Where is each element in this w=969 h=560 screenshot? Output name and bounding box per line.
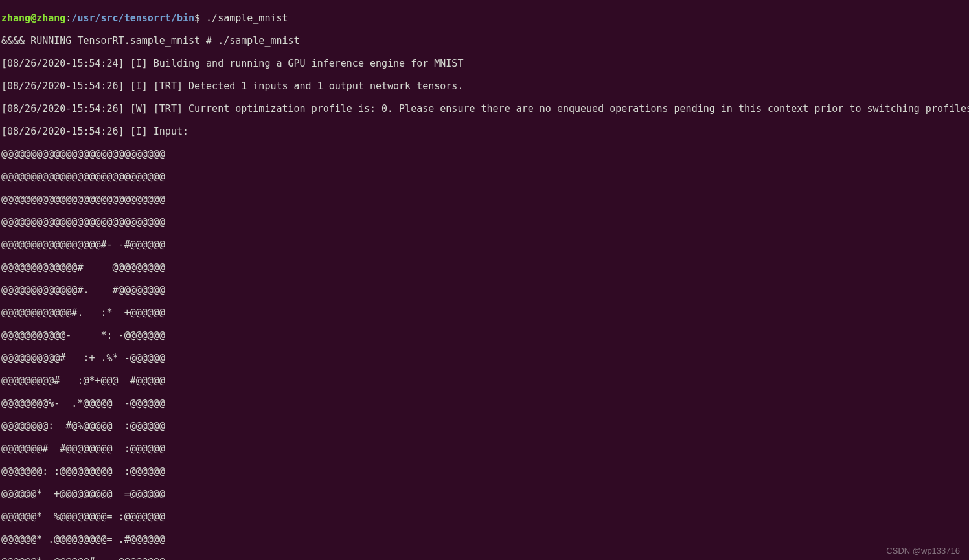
ascii-art-line: @@@@@@@@@@@@#. :* +@@@@@@ — [1, 308, 969, 319]
prompt-user: zhang@zhang — [1, 12, 65, 24]
ascii-art-line: @@@@@@@@@# :@*+@@@ #@@@@@ — [1, 375, 969, 387]
ascii-art-line: @@@@@@* .@@@@@@@@@= .#@@@@@@ — [1, 534, 969, 546]
output-line: [08/26/2020-15:54:26] [I] [TRT] Detected… — [1, 81, 969, 93]
ascii-art-line: @@@@@@@@%- .*@@@@@ -@@@@@@ — [1, 398, 969, 410]
output-line: [08/26/2020-15:54:24] [I] Building and r… — [1, 58, 969, 70]
ascii-art-line: @@@@@@@@@@@@@@@@@@@@@@@@@@@@ — [1, 172, 969, 183]
ascii-art-line: @@@@@@@# #@@@@@@@@ :@@@@@@ — [1, 443, 969, 455]
ascii-art-line: @@@@@@* %@@@@@@@@= :@@@@@@@ — [1, 511, 969, 523]
ascii-art-line: @@@@@@@@@@@@@#. #@@@@@@@@ — [1, 285, 969, 297]
ascii-art-line: @@@@@@@@@@# :+ .%* -@@@@@@ — [1, 353, 969, 364]
command-text: ./sample_mnist — [200, 12, 288, 24]
prompt-path: /usr/src/tensorrt/bin — [71, 12, 194, 24]
output-line: &&&& RUNNING TensorRT.sample_mnist # ./s… — [1, 36, 969, 47]
prompt-dollar: $ — [194, 12, 200, 24]
output-line: [08/26/2020-15:54:26] [W] [TRT] Current … — [1, 104, 969, 115]
ascii-art-line: @@@@@@@: :@@@@@@@@@ :@@@@@@ — [1, 466, 969, 478]
ascii-art-line: @@@@@@@@@@@@@@@@@@@@@@@@@@@@ — [1, 149, 969, 161]
ascii-art-line: @@@@@@* =@@@@@@#- -@@@@@@@@ — [1, 557, 969, 561]
ascii-art-line: @@@@@@@@: #@%@@@@@ :@@@@@@ — [1, 421, 969, 432]
ascii-art-line: @@@@@@* +@@@@@@@@@ =@@@@@@ — [1, 489, 969, 500]
terminal-output[interactable]: zhang@zhang:/usr/src/tensorrt/bin$ ./sam… — [1, 1, 969, 560]
ascii-art-line: @@@@@@@@@@@@@@@@@@@@@@@@@@@@ — [1, 194, 969, 206]
prompt-line: zhang@zhang:/usr/src/tensorrt/bin$ ./sam… — [1, 13, 969, 25]
output-line: [08/26/2020-15:54:26] [I] Input: — [1, 126, 969, 138]
ascii-art-line: @@@@@@@@@@@@@@@@@#- -#@@@@@@ — [1, 240, 969, 251]
watermark: CSDN @wp133716 — [886, 545, 960, 557]
ascii-art-line: @@@@@@@@@@@@@# @@@@@@@@@ — [1, 262, 969, 274]
ascii-art-line: @@@@@@@@@@@- *: -@@@@@@@ — [1, 330, 969, 342]
ascii-art-line: @@@@@@@@@@@@@@@@@@@@@@@@@@@@ — [1, 217, 969, 229]
